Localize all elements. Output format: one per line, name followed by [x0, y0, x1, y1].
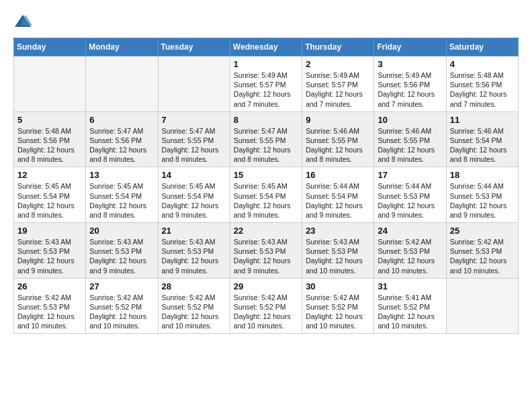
day-number: 10 [378, 115, 442, 125]
calendar-cell: 5Sunrise: 5:48 AM Sunset: 5:56 PM Daylig… [14, 111, 86, 167]
cell-text: Sunrise: 5:42 AM Sunset: 5:53 PM Dayligh… [450, 237, 515, 275]
cell-text: Sunrise: 5:42 AM Sunset: 5:53 PM Dayligh… [17, 293, 82, 331]
cell-text: Sunrise: 5:47 AM Sunset: 5:56 PM Dayligh… [89, 126, 154, 165]
weekday-header-wednesday: Wednesday [230, 38, 302, 56]
logo-icon [13, 12, 32, 31]
calendar-cell: 30Sunrise: 5:42 AM Sunset: 5:52 PM Dayli… [302, 278, 374, 334]
cell-text: Sunrise: 5:42 AM Sunset: 5:52 PM Dayligh… [162, 293, 226, 331]
cell-text: Sunrise: 5:47 AM Sunset: 5:55 PM Dayligh… [234, 126, 298, 165]
cell-text: Sunrise: 5:44 AM Sunset: 5:53 PM Dayligh… [378, 181, 442, 220]
logo-area [13, 11, 35, 31]
calendar-cell: 20Sunrise: 5:43 AM Sunset: 5:53 PM Dayli… [86, 223, 158, 279]
calendar-cell: 16Sunrise: 5:44 AM Sunset: 5:54 PM Dayli… [302, 167, 374, 223]
calendar-cell: 31Sunrise: 5:41 AM Sunset: 5:52 PM Dayli… [374, 278, 446, 334]
cell-text: Sunrise: 5:45 AM Sunset: 5:54 PM Dayligh… [234, 181, 298, 220]
calendar-cell: 28Sunrise: 5:42 AM Sunset: 5:52 PM Dayli… [158, 278, 230, 334]
cell-text: Sunrise: 5:45 AM Sunset: 5:54 PM Dayligh… [17, 181, 82, 220]
day-number: 31 [378, 281, 442, 291]
calendar-cell: 7Sunrise: 5:47 AM Sunset: 5:55 PM Daylig… [158, 111, 230, 167]
calendar-cell: 22Sunrise: 5:43 AM Sunset: 5:53 PM Dayli… [230, 223, 302, 279]
calendar-cell: 13Sunrise: 5:45 AM Sunset: 5:54 PM Dayli… [86, 167, 158, 223]
day-number: 12 [17, 170, 82, 180]
day-number: 19 [17, 226, 82, 236]
cell-text: Sunrise: 5:49 AM Sunset: 5:57 PM Dayligh… [234, 71, 298, 109]
cell-text: Sunrise: 5:49 AM Sunset: 5:56 PM Dayligh… [378, 71, 442, 109]
weekday-header-tuesday: Tuesday [158, 38, 230, 56]
calendar-cell [446, 278, 518, 334]
day-number: 3 [378, 59, 442, 69]
cell-text: Sunrise: 5:42 AM Sunset: 5:52 PM Dayligh… [89, 293, 154, 331]
calendar-cell: 4Sunrise: 5:48 AM Sunset: 5:56 PM Daylig… [446, 56, 518, 112]
cell-text: Sunrise: 5:48 AM Sunset: 5:56 PM Dayligh… [450, 71, 515, 109]
cell-text: Sunrise: 5:49 AM Sunset: 5:57 PM Dayligh… [306, 71, 370, 109]
calendar-cell: 8Sunrise: 5:47 AM Sunset: 5:55 PM Daylig… [230, 111, 302, 167]
day-number: 13 [89, 170, 154, 180]
cell-text: Sunrise: 5:46 AM Sunset: 5:55 PM Dayligh… [306, 126, 370, 165]
calendar-cell: 21Sunrise: 5:43 AM Sunset: 5:53 PM Dayli… [158, 223, 230, 279]
calendar-cell: 27Sunrise: 5:42 AM Sunset: 5:52 PM Dayli… [86, 278, 158, 334]
cell-text: Sunrise: 5:43 AM Sunset: 5:53 PM Dayligh… [234, 237, 298, 275]
cell-text: Sunrise: 5:43 AM Sunset: 5:53 PM Dayligh… [306, 237, 370, 275]
day-number: 11 [450, 115, 515, 125]
calendar-week-row: 26Sunrise: 5:42 AM Sunset: 5:53 PM Dayli… [14, 278, 519, 334]
calendar-cell: 9Sunrise: 5:46 AM Sunset: 5:55 PM Daylig… [302, 111, 374, 167]
calendar-cell: 12Sunrise: 5:45 AM Sunset: 5:54 PM Dayli… [14, 167, 86, 223]
weekday-header-saturday: Saturday [446, 38, 518, 56]
day-number: 15 [234, 170, 298, 180]
day-number: 26 [17, 281, 82, 291]
day-number: 22 [234, 226, 298, 236]
cell-text: Sunrise: 5:42 AM Sunset: 5:53 PM Dayligh… [378, 237, 442, 275]
calendar-cell: 10Sunrise: 5:46 AM Sunset: 5:55 PM Dayli… [374, 111, 446, 167]
calendar-cell: 15Sunrise: 5:45 AM Sunset: 5:54 PM Dayli… [230, 167, 302, 223]
cell-text: Sunrise: 5:47 AM Sunset: 5:55 PM Dayligh… [162, 126, 226, 165]
calendar-cell: 18Sunrise: 5:44 AM Sunset: 5:53 PM Dayli… [446, 167, 518, 223]
day-number: 5 [17, 115, 82, 125]
calendar-cell: 29Sunrise: 5:42 AM Sunset: 5:52 PM Dayli… [230, 278, 302, 334]
cell-text: Sunrise: 5:43 AM Sunset: 5:53 PM Dayligh… [162, 237, 226, 275]
cell-text: Sunrise: 5:48 AM Sunset: 5:56 PM Dayligh… [17, 126, 82, 165]
day-number: 1 [234, 59, 298, 69]
day-number: 7 [162, 115, 226, 125]
calendar-cell: 24Sunrise: 5:42 AM Sunset: 5:53 PM Dayli… [374, 223, 446, 279]
weekday-header-row: SundayMondayTuesdayWednesdayThursdayFrid… [14, 38, 519, 56]
calendar-week-row: 1Sunrise: 5:49 AM Sunset: 5:57 PM Daylig… [14, 56, 519, 112]
page: SundayMondayTuesdayWednesdayThursdayFrid… [0, 0, 532, 411]
day-number: 6 [89, 115, 154, 125]
calendar-week-row: 5Sunrise: 5:48 AM Sunset: 5:56 PM Daylig… [14, 111, 519, 167]
cell-text: Sunrise: 5:42 AM Sunset: 5:52 PM Dayligh… [234, 293, 298, 331]
calendar-cell: 23Sunrise: 5:43 AM Sunset: 5:53 PM Dayli… [302, 223, 374, 279]
day-number: 24 [378, 226, 442, 236]
calendar-week-row: 12Sunrise: 5:45 AM Sunset: 5:54 PM Dayli… [14, 167, 519, 223]
calendar-cell: 14Sunrise: 5:45 AM Sunset: 5:54 PM Dayli… [158, 167, 230, 223]
cell-text: Sunrise: 5:45 AM Sunset: 5:54 PM Dayligh… [162, 181, 226, 220]
calendar-cell: 1Sunrise: 5:49 AM Sunset: 5:57 PM Daylig… [230, 56, 302, 112]
day-number: 14 [162, 170, 226, 180]
cell-text: Sunrise: 5:41 AM Sunset: 5:52 PM Dayligh… [378, 293, 442, 331]
calendar-cell: 26Sunrise: 5:42 AM Sunset: 5:53 PM Dayli… [14, 278, 86, 334]
cell-text: Sunrise: 5:45 AM Sunset: 5:54 PM Dayligh… [89, 181, 154, 220]
day-number: 21 [162, 226, 226, 236]
calendar-cell: 6Sunrise: 5:47 AM Sunset: 5:56 PM Daylig… [86, 111, 158, 167]
calendar-cell: 17Sunrise: 5:44 AM Sunset: 5:53 PM Dayli… [374, 167, 446, 223]
cell-text: Sunrise: 5:44 AM Sunset: 5:54 PM Dayligh… [306, 181, 370, 220]
calendar-cell: 3Sunrise: 5:49 AM Sunset: 5:56 PM Daylig… [374, 56, 446, 112]
day-number: 28 [162, 281, 226, 291]
day-number: 17 [378, 170, 442, 180]
day-number: 20 [89, 226, 154, 236]
day-number: 4 [450, 59, 515, 69]
cell-text: Sunrise: 5:43 AM Sunset: 5:53 PM Dayligh… [17, 237, 82, 275]
day-number: 29 [234, 281, 298, 291]
day-number: 18 [450, 170, 515, 180]
cell-text: Sunrise: 5:42 AM Sunset: 5:52 PM Dayligh… [306, 293, 370, 331]
weekday-header-friday: Friday [374, 38, 446, 56]
day-number: 2 [306, 59, 370, 69]
day-number: 27 [89, 281, 154, 291]
cell-text: Sunrise: 5:44 AM Sunset: 5:53 PM Dayligh… [450, 181, 515, 220]
calendar: SundayMondayTuesdayWednesdayThursdayFrid… [13, 38, 519, 334]
weekday-header-thursday: Thursday [302, 38, 374, 56]
weekday-header-sunday: Sunday [14, 38, 86, 56]
weekday-header-monday: Monday [86, 38, 158, 56]
cell-text: Sunrise: 5:46 AM Sunset: 5:55 PM Dayligh… [378, 126, 442, 165]
day-number: 8 [234, 115, 298, 125]
calendar-week-row: 19Sunrise: 5:43 AM Sunset: 5:53 PM Dayli… [14, 223, 519, 279]
